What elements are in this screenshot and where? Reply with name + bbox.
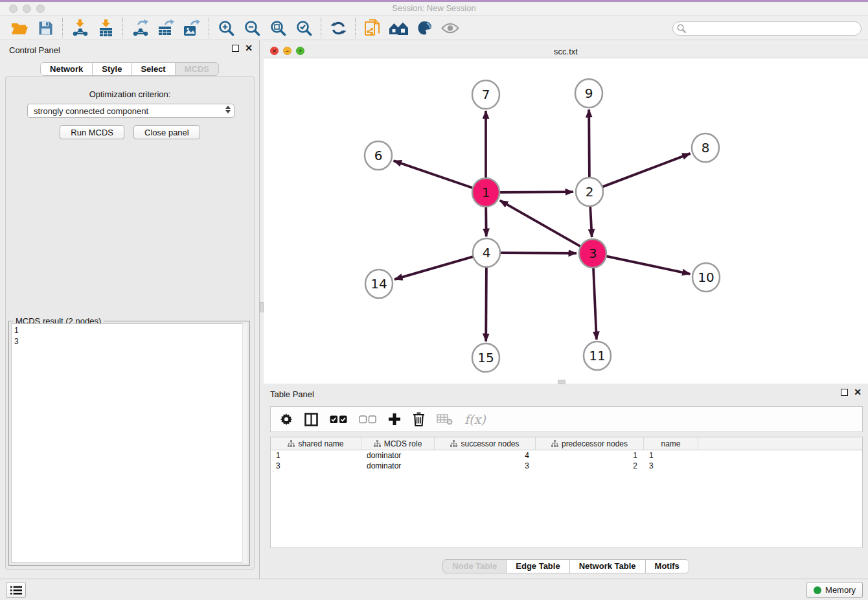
table-tab-edge-table[interactable]: Edge Table <box>506 559 569 573</box>
graph-node-1[interactable]: 1 <box>472 178 499 207</box>
delete-columns-button[interactable] <box>413 412 425 426</box>
export-table-button[interactable] <box>153 17 179 38</box>
apply-layout-button[interactable] <box>325 17 351 38</box>
node-label: 11 <box>589 348 605 363</box>
save-session-button[interactable] <box>32 17 58 38</box>
graph-node-9[interactable]: 9 <box>575 79 602 108</box>
create-column-button[interactable] <box>388 413 401 426</box>
table-tab-network-table[interactable]: Network Table <box>569 559 646 573</box>
toolbar-separator <box>122 18 123 38</box>
toolbar-separator <box>355 18 356 38</box>
memory-button[interactable]: Memory <box>806 582 863 598</box>
graph-edge-3-1[interactable] <box>500 200 582 247</box>
column-header-successor-nodes[interactable]: successor nodes <box>435 437 536 450</box>
zoom-fit-button[interactable] <box>265 17 291 38</box>
tab-select[interactable]: Select <box>131 62 175 76</box>
refresh-icon <box>330 20 347 36</box>
function-builder-button[interactable]: f(x) <box>464 412 486 426</box>
network-canvas[interactable]: 7968124314101511 <box>264 58 868 384</box>
select-all-icon <box>330 415 347 424</box>
deselect-all-button[interactable] <box>359 415 376 424</box>
tab-style[interactable]: Style <box>92 62 131 76</box>
column-header-predecessor-nodes[interactable]: predecessor nodes <box>536 437 644 450</box>
graph-node-10[interactable]: 10 <box>692 263 720 292</box>
graph-edge-4-3[interactable] <box>499 253 577 253</box>
close-panel-button[interactable]: Close panel <box>133 125 200 139</box>
titlebar-accent <box>0 0 868 2</box>
show-columns-button[interactable] <box>304 413 318 426</box>
column-header-name[interactable]: name <box>644 437 698 450</box>
graph-node-2[interactable]: 2 <box>576 178 603 206</box>
open-session-button[interactable] <box>6 17 32 38</box>
optimization-criterion-select[interactable]: strongly connected component <box>27 104 234 118</box>
graph-edge-3-10[interactable] <box>606 256 691 274</box>
graph-node-7[interactable]: 7 <box>472 80 499 109</box>
import-table-button[interactable] <box>93 17 119 38</box>
eye-icon <box>441 23 459 34</box>
graph-node-11[interactable]: 11 <box>584 341 611 370</box>
search-input[interactable] <box>686 23 861 34</box>
apply-style-button[interactable] <box>411 17 437 38</box>
column-header-mcds-role[interactable]: MCDS role <box>361 437 435 450</box>
horizontal-splitter-grip[interactable] <box>558 380 565 384</box>
mcds-result-group: MCDS result (2 nodes) 1 3 <box>8 321 250 566</box>
control-panel-tabs: NetworkStyleSelectMCDS <box>0 62 259 76</box>
table-tabs: Node TableEdge TableNetwork TableMotifs <box>264 559 868 573</box>
graph-edge-4-14[interactable] <box>394 257 474 280</box>
graph-node-3[interactable]: 3 <box>579 239 606 268</box>
node-label: 2 <box>586 184 594 200</box>
show-hide-button[interactable] <box>437 17 463 38</box>
tab-mcds[interactable]: MCDS <box>175 62 219 76</box>
graph-edge-2-8[interactable] <box>602 154 691 187</box>
graph-node-15[interactable]: 15 <box>472 343 499 372</box>
graph-node-6[interactable]: 6 <box>365 141 392 170</box>
mcds-result-text[interactable]: 1 3 <box>11 323 247 563</box>
tab-network[interactable]: Network <box>40 62 93 76</box>
graph-edge-3-11[interactable] <box>593 266 597 340</box>
list-icon <box>10 586 22 595</box>
table-row[interactable]: 1dominator411 <box>271 450 862 461</box>
search-box[interactable] <box>672 21 862 36</box>
float-panel-icon[interactable] <box>232 45 239 52</box>
node-table: shared nameMCDS rolesuccessor nodesprede… <box>270 437 863 548</box>
close-panel-icon[interactable]: ✕ <box>245 45 253 52</box>
zoom-in-button[interactable] <box>213 17 239 38</box>
float-table-panel-icon[interactable] <box>841 389 848 396</box>
delete-table-button[interactable] <box>437 413 453 425</box>
zoom-out-button[interactable] <box>239 17 265 38</box>
run-mcds-button[interactable]: Run MCDS <box>60 125 124 139</box>
export-network-button[interactable] <box>127 17 153 38</box>
table-tab-motifs[interactable]: Motifs <box>645 559 689 573</box>
import-network-button[interactable] <box>67 17 93 38</box>
graph-edge-4-15[interactable] <box>486 266 486 341</box>
node-label: 7 <box>482 87 490 102</box>
column-type-icon <box>551 440 558 447</box>
column-type-icon <box>450 440 457 447</box>
graph-node-8[interactable]: 8 <box>692 133 719 162</box>
status-bar: Memory <box>0 579 868 600</box>
graph-edge-1-4[interactable] <box>486 205 486 237</box>
trash-icon <box>413 412 425 426</box>
graph-edge-1-6[interactable] <box>394 161 474 188</box>
graph-edge-2-3[interactable] <box>590 205 592 237</box>
graph-edge-1-2[interactable] <box>499 192 573 192</box>
graph-edge-2-9[interactable] <box>589 110 589 179</box>
export-image-button[interactable] <box>179 17 205 38</box>
select-all-button[interactable] <box>330 415 347 424</box>
import-table-icon <box>98 19 114 37</box>
close-table-panel-icon[interactable]: ✕ <box>854 389 862 396</box>
table-options-button[interactable] <box>280 413 293 426</box>
node-label: 6 <box>374 148 383 163</box>
home-button[interactable] <box>385 17 411 38</box>
table-cell: 3 <box>435 461 536 471</box>
column-header-shared-name[interactable]: shared name <box>271 437 361 450</box>
table-row[interactable]: 3dominator323 <box>271 461 862 471</box>
table-tab-node-table[interactable]: Node Table <box>442 559 507 573</box>
zoom-selected-button[interactable] <box>291 17 317 38</box>
home-icon <box>389 21 409 36</box>
graph-node-14[interactable]: 14 <box>365 270 393 298</box>
clone-network-button[interactable] <box>360 17 385 38</box>
panel-menu-button[interactable] <box>6 582 26 598</box>
result-scrollbar[interactable] <box>242 323 247 563</box>
graph-node-4[interactable]: 4 <box>473 238 500 267</box>
